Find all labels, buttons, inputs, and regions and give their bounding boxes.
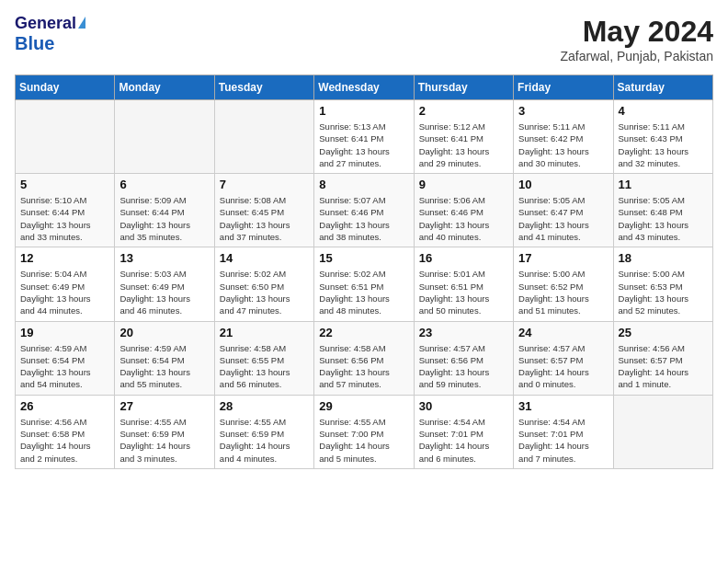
calendar-cell: 28Sunrise: 4:55 AM Sunset: 6:59 PM Dayli… (214, 395, 313, 468)
calendar-cell: 6Sunrise: 5:09 AM Sunset: 6:44 PM Daylig… (115, 174, 214, 247)
calendar-cell: 8Sunrise: 5:07 AM Sunset: 6:46 PM Daylig… (314, 174, 414, 247)
calendar-cell (16, 100, 115, 174)
week-row-1: 1Sunrise: 5:13 AM Sunset: 6:41 PM Daylig… (16, 100, 713, 174)
day-info: Sunrise: 5:00 AM Sunset: 6:52 PM Dayligh… (518, 268, 608, 316)
page-header: General Blue May 2024 Zafarwal, Punjab, … (15, 15, 713, 63)
day-number: 11 (619, 178, 708, 191)
day-info: Sunrise: 5:11 AM Sunset: 6:42 PM Dayligh… (518, 121, 608, 169)
logo-general: General (15, 15, 85, 33)
day-number: 2 (419, 104, 508, 118)
calendar-cell: 13Sunrise: 5:03 AM Sunset: 6:49 PM Dayli… (115, 247, 214, 321)
day-number: 21 (220, 326, 309, 339)
day-number: 10 (518, 178, 608, 191)
location: Zafarwal, Punjab, Pakistan (560, 49, 713, 63)
day-number: 20 (119, 326, 209, 339)
calendar-cell: 15Sunrise: 5:02 AM Sunset: 6:51 PM Dayli… (314, 247, 414, 321)
day-info: Sunrise: 5:02 AM Sunset: 6:50 PM Dayligh… (220, 268, 309, 316)
header-monday: Monday (115, 75, 214, 100)
calendar-cell: 9Sunrise: 5:06 AM Sunset: 6:46 PM Daylig… (414, 174, 513, 247)
day-info: Sunrise: 5:05 AM Sunset: 6:48 PM Dayligh… (619, 194, 708, 243)
day-number: 6 (119, 178, 209, 191)
calendar-cell: 4Sunrise: 5:11 AM Sunset: 6:43 PM Daylig… (613, 100, 712, 174)
day-number: 5 (20, 178, 109, 191)
header-saturday: Saturday (613, 75, 712, 100)
day-info: Sunrise: 5:07 AM Sunset: 6:46 PM Dayligh… (319, 194, 408, 243)
calendar-cell: 14Sunrise: 5:02 AM Sunset: 6:50 PM Dayli… (214, 247, 313, 321)
calendar-cell: 30Sunrise: 4:54 AM Sunset: 7:01 PM Dayli… (414, 395, 513, 468)
day-info: Sunrise: 5:12 AM Sunset: 6:41 PM Dayligh… (419, 121, 508, 169)
day-info: Sunrise: 5:13 AM Sunset: 6:41 PM Dayligh… (319, 121, 408, 169)
day-number: 14 (220, 251, 309, 265)
day-number: 15 (319, 251, 408, 265)
calendar-cell: 27Sunrise: 4:55 AM Sunset: 6:59 PM Dayli… (115, 395, 214, 468)
calendar-cell: 2Sunrise: 5:12 AM Sunset: 6:41 PM Daylig… (414, 100, 513, 174)
calendar-cell (115, 100, 214, 174)
calendar-cell: 29Sunrise: 4:55 AM Sunset: 7:00 PM Dayli… (314, 395, 414, 468)
day-info: Sunrise: 5:11 AM Sunset: 6:43 PM Dayligh… (619, 121, 708, 169)
calendar-cell: 19Sunrise: 4:59 AM Sunset: 6:54 PM Dayli… (16, 321, 115, 395)
calendar-cell: 23Sunrise: 4:57 AM Sunset: 6:56 PM Dayli… (414, 321, 513, 395)
calendar-table: SundayMondayTuesdayWednesdayThursdayFrid… (15, 75, 713, 469)
logo: General Blue (15, 15, 85, 53)
day-info: Sunrise: 5:06 AM Sunset: 6:46 PM Dayligh… (419, 194, 508, 243)
calendar-cell: 12Sunrise: 5:04 AM Sunset: 6:49 PM Dayli… (16, 247, 115, 321)
calendar-cell: 3Sunrise: 5:11 AM Sunset: 6:42 PM Daylig… (514, 100, 613, 174)
day-info: Sunrise: 4:57 AM Sunset: 6:57 PM Dayligh… (518, 342, 608, 391)
header-friday: Friday (514, 75, 613, 100)
day-info: Sunrise: 4:55 AM Sunset: 6:59 PM Dayligh… (119, 416, 209, 465)
day-number: 12 (20, 251, 109, 265)
calendar-cell: 1Sunrise: 5:13 AM Sunset: 6:41 PM Daylig… (314, 100, 414, 174)
calendar-cell: 24Sunrise: 4:57 AM Sunset: 6:57 PM Dayli… (514, 321, 613, 395)
day-info: Sunrise: 5:10 AM Sunset: 6:44 PM Dayligh… (20, 194, 109, 243)
day-number: 9 (419, 178, 508, 191)
day-info: Sunrise: 5:00 AM Sunset: 6:53 PM Dayligh… (619, 268, 708, 316)
calendar-cell: 5Sunrise: 5:10 AM Sunset: 6:44 PM Daylig… (16, 174, 115, 247)
day-number: 28 (220, 399, 309, 413)
title-section: May 2024 Zafarwal, Punjab, Pakistan (560, 15, 713, 63)
week-row-2: 5Sunrise: 5:10 AM Sunset: 6:44 PM Daylig… (16, 174, 713, 247)
day-number: 16 (419, 251, 508, 265)
day-number: 23 (419, 326, 508, 339)
week-row-4: 19Sunrise: 4:59 AM Sunset: 6:54 PM Dayli… (16, 321, 713, 395)
day-info: Sunrise: 4:58 AM Sunset: 6:56 PM Dayligh… (319, 342, 408, 391)
day-number: 7 (220, 178, 309, 191)
calendar-cell: 26Sunrise: 4:56 AM Sunset: 6:58 PM Dayli… (16, 395, 115, 468)
day-number: 13 (119, 251, 209, 265)
day-number: 29 (319, 399, 408, 413)
day-number: 25 (619, 326, 708, 339)
calendar-cell: 21Sunrise: 4:58 AM Sunset: 6:55 PM Dayli… (214, 321, 313, 395)
day-info: Sunrise: 4:55 AM Sunset: 7:00 PM Dayligh… (319, 416, 408, 465)
day-info: Sunrise: 5:09 AM Sunset: 6:44 PM Dayligh… (119, 194, 209, 243)
day-info: Sunrise: 4:59 AM Sunset: 6:54 PM Dayligh… (119, 342, 209, 391)
calendar-cell: 18Sunrise: 5:00 AM Sunset: 6:53 PM Dayli… (613, 247, 712, 321)
day-number: 17 (518, 251, 608, 265)
calendar-cell: 11Sunrise: 5:05 AM Sunset: 6:48 PM Dayli… (613, 174, 712, 247)
day-info: Sunrise: 4:57 AM Sunset: 6:56 PM Dayligh… (419, 342, 508, 391)
day-info: Sunrise: 4:54 AM Sunset: 7:01 PM Dayligh… (419, 416, 508, 465)
day-number: 27 (119, 399, 209, 413)
day-number: 18 (619, 251, 708, 265)
day-info: Sunrise: 4:56 AM Sunset: 6:57 PM Dayligh… (619, 342, 708, 391)
calendar-cell (214, 100, 313, 174)
day-number: 4 (619, 104, 708, 118)
calendar-cell: 20Sunrise: 4:59 AM Sunset: 6:54 PM Dayli… (115, 321, 214, 395)
calendar-header-row: SundayMondayTuesdayWednesdayThursdayFrid… (16, 75, 713, 100)
week-row-5: 26Sunrise: 4:56 AM Sunset: 6:58 PM Dayli… (16, 395, 713, 468)
logo-blue: Blue (15, 33, 85, 53)
day-number: 1 (319, 104, 408, 118)
calendar-cell: 10Sunrise: 5:05 AM Sunset: 6:47 PM Dayli… (514, 174, 613, 247)
day-number: 3 (518, 104, 608, 118)
week-row-3: 12Sunrise: 5:04 AM Sunset: 6:49 PM Dayli… (16, 247, 713, 321)
calendar-cell: 22Sunrise: 4:58 AM Sunset: 6:56 PM Dayli… (314, 321, 414, 395)
day-info: Sunrise: 5:03 AM Sunset: 6:49 PM Dayligh… (119, 268, 209, 316)
day-number: 26 (20, 399, 109, 413)
day-number: 8 (319, 178, 408, 191)
header-sunday: Sunday (16, 75, 115, 100)
day-info: Sunrise: 5:05 AM Sunset: 6:47 PM Dayligh… (518, 194, 608, 243)
month-title: May 2024 (560, 15, 713, 49)
day-number: 22 (319, 326, 408, 339)
day-info: Sunrise: 4:55 AM Sunset: 6:59 PM Dayligh… (220, 416, 309, 465)
calendar-cell: 7Sunrise: 5:08 AM Sunset: 6:45 PM Daylig… (214, 174, 313, 247)
calendar-cell: 16Sunrise: 5:01 AM Sunset: 6:51 PM Dayli… (414, 247, 513, 321)
day-info: Sunrise: 5:02 AM Sunset: 6:51 PM Dayligh… (319, 268, 408, 316)
